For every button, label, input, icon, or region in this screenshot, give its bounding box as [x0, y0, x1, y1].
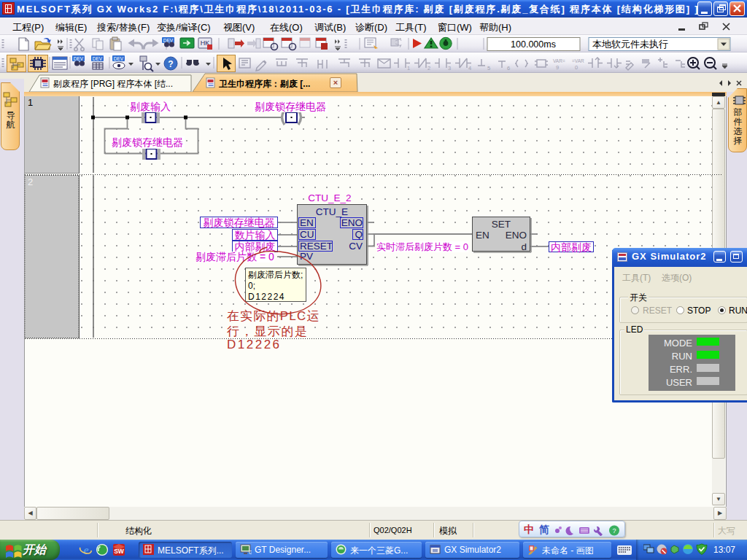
- svg-text:SET: SET: [492, 219, 511, 230]
- svg-text:CV: CV: [349, 241, 363, 252]
- svg-text:ENO: ENO: [341, 217, 363, 228]
- svg-text:EN: EN: [300, 217, 314, 228]
- svg-text:CU: CU: [300, 229, 314, 240]
- svg-text:e: e: [83, 543, 89, 557]
- svg-text:SW: SW: [114, 548, 125, 555]
- svg-text:CTU_E_2: CTU_E_2: [308, 192, 351, 203]
- svg-text:G: G: [249, 550, 252, 555]
- svg-text:ENO: ENO: [506, 230, 527, 241]
- svg-text:d: d: [521, 241, 527, 252]
- svg-text:RESET: RESET: [300, 241, 333, 252]
- svg-text:EN: EN: [476, 230, 489, 241]
- svg-text:Q: Q: [355, 229, 363, 240]
- svg-text:CTU_E: CTU_E: [316, 206, 348, 217]
- svg-text:PV: PV: [300, 251, 313, 262]
- svg-text:?: ?: [612, 527, 616, 534]
